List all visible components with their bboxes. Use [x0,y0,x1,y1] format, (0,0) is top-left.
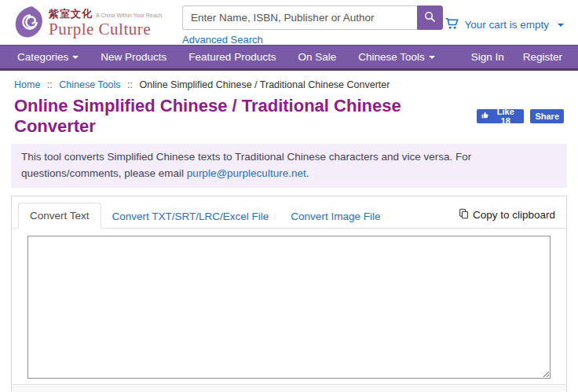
converter-body [12,229,566,384]
logo-tagline: A China Within Your Reach [96,13,162,18]
breadcrumb-home[interactable]: Home [14,79,40,90]
register-link[interactable]: Register [514,51,572,63]
site-logo[interactable]: 紫室文化 A China Within Your Reach Purple Cu… [14,5,162,43]
nav-right-group: Sign In Register [462,51,572,63]
site-header: 紫室文化 A China Within Your Reach Purple Cu… [0,0,578,45]
facebook-like-button[interactable]: Like 18 [477,109,524,123]
search-input[interactable] [182,5,417,30]
main-navbar: Categories New Products Featured Product… [0,45,578,71]
logo-text: 紫室文化 A China Within Your Reach Purple Cu… [49,5,162,38]
tab-convert-text[interactable]: Convert Text [18,203,101,229]
breadcrumb-separator: :: [47,79,53,90]
chevron-down-icon [429,56,435,59]
nav-item-label: Categories [17,51,68,63]
nav-item-label: Featured Products [188,51,276,63]
contact-email-link[interactable]: purple@purpleculture.net [187,167,306,179]
cart-icon [444,16,459,33]
purple-culture-logo-icon [14,5,46,43]
chevron-down-icon [72,56,79,59]
like-label: Like 18 [492,107,519,126]
title-row: Online Simplified Chinese / Traditional … [0,93,578,142]
nav-item-on-sale[interactable]: On Sale [287,51,347,63]
nav-item-chinese-tools[interactable]: Chinese Tools [347,51,446,63]
logo-site-name: Purple Culture [49,21,162,38]
page-title: Online Simplified Chinese / Traditional … [14,96,467,137]
cart-status-label: Your cart is empty [464,19,549,31]
nav-item-label: On Sale [298,51,336,63]
source-text-input[interactable] [27,236,551,379]
copy-label: Copy to clipboard [473,209,555,221]
tab-convert-image[interactable]: Convert Image File [280,204,391,229]
sign-in-link[interactable]: Sign In [462,51,514,63]
logo-chinese-name: 紫室文化 [49,9,93,19]
converter-footer: 0/3000 Convert terms Convert to Simplifi… [12,384,566,392]
nav-item-label: Chinese Tools [358,51,425,63]
advanced-search-link[interactable]: Advanced Search [182,34,263,46]
converter-card: Convert Text Convert TXT/SRT/LRC/Excel F… [11,196,567,392]
copy-icon [459,208,469,222]
search-icon [423,10,437,26]
breadcrumb-separator: :: [127,79,133,90]
nav-item-featured-products[interactable]: Featured Products [177,51,287,63]
breadcrumb-current: Online Simplified Chinese / Traditional … [139,79,390,90]
search-area: Advanced Search [182,5,443,46]
facebook-share-button[interactable]: Share [530,109,564,123]
copy-to-clipboard-button[interactable]: Copy to clipboard [459,208,555,228]
breadcrumb: Home :: Chinese Tools :: Online Simplifi… [0,71,578,93]
description-suffix: . [306,167,309,179]
tab-convert-file[interactable]: Convert TXT/SRT/LRC/Excel File [101,204,280,229]
nav-item-label: New Products [101,51,166,63]
tool-description: This tool converts Simplified Chinese te… [11,144,567,188]
nav-item-categories[interactable]: Categories [6,51,90,63]
converter-tabs: Convert Text Convert TXT/SRT/LRC/Excel F… [12,196,566,229]
cart-dropdown[interactable]: Your cart is empty [444,5,564,33]
share-label: Share [535,112,559,121]
nav-item-new-products[interactable]: New Products [90,51,177,63]
search-button[interactable] [417,5,443,30]
thumbs-up-icon [481,112,489,121]
chevron-down-icon [558,24,564,27]
breadcrumb-chinese-tools[interactable]: Chinese Tools [59,79,120,90]
